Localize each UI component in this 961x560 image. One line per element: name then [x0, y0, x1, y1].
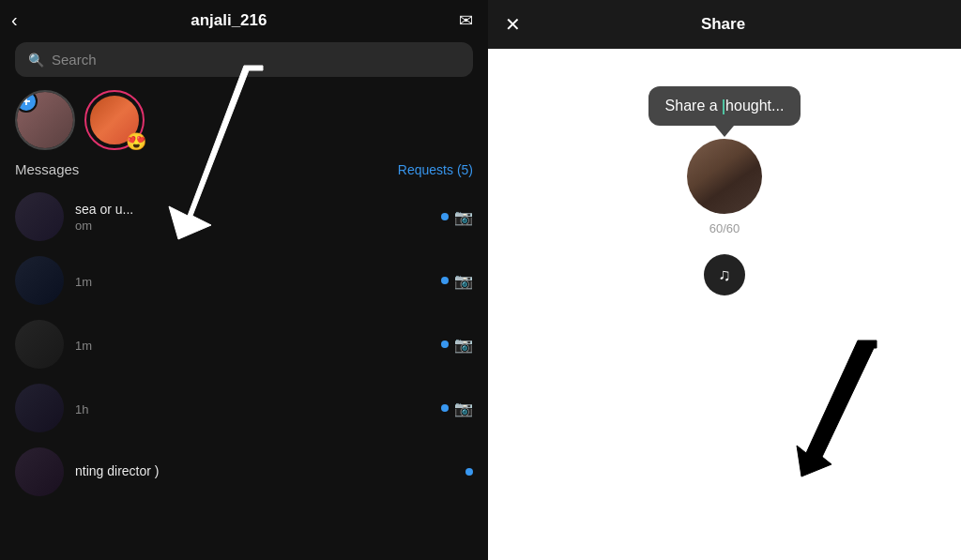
search-placeholder: Search — [52, 52, 97, 68]
message-meta: 📷 — [441, 208, 473, 226]
right-panel: ✕ Share Share a hought... 60/60 ♫ — [488, 0, 961, 560]
message-list: sea or u... om 📷 1m 📷 — [0, 185, 488, 504]
camera-icon: 📷 — [454, 336, 473, 354]
search-bar[interactable]: 🔍 Search — [15, 42, 473, 77]
message-actions — [465, 468, 473, 476]
message-meta — [465, 468, 473, 476]
message-content: 1h — [75, 401, 430, 416]
close-button[interactable]: ✕ — [505, 13, 521, 36]
profile-photo-container — [687, 139, 762, 214]
search-icon: 🔍 — [28, 53, 44, 68]
friend-story[interactable]: 😍 — [84, 90, 145, 150]
unread-indicator — [441, 213, 449, 220]
message-item[interactable]: 1h 📷 — [0, 376, 488, 440]
char-count: 60/60 — [709, 221, 740, 235]
message-preview: om — [75, 219, 430, 233]
thought-text-before: Share a — [665, 98, 722, 114]
share-header: ✕ Share — [488, 0, 961, 49]
avatar — [15, 320, 64, 369]
profile-photo — [687, 139, 762, 214]
message-actions: 📷 — [441, 336, 473, 354]
thought-bubble[interactable]: Share a hought... — [648, 86, 801, 126]
music-button[interactable]: ♫ — [704, 254, 745, 295]
messages-label: Messages — [15, 161, 79, 177]
message-meta: 📷 — [441, 336, 473, 354]
header: ‹ anjali_216 ✉ — [0, 0, 488, 38]
add-story-button[interactable]: + — [15, 90, 75, 150]
message-actions: 📷 — [441, 208, 473, 226]
message-content: 1m — [75, 273, 430, 289]
camera-icon: 📷 — [454, 208, 473, 226]
unread-indicator — [441, 404, 449, 412]
avatar — [15, 192, 64, 241]
music-icon: ♫ — [718, 265, 731, 285]
share-title: Share — [701, 15, 745, 34]
camera-icon: 📷 — [454, 400, 473, 417]
page-title: anjali_216 — [0, 11, 459, 30]
share-content: Share a hought... 60/60 ♫ — [488, 49, 961, 560]
plus-icon: + — [15, 90, 38, 113]
profile-avatar — [687, 139, 762, 214]
message-icon[interactable]: ✉ — [459, 10, 473, 31]
message-actions: 📷 — [441, 272, 473, 290]
story-emoji: 😍 — [126, 131, 146, 152]
avatar — [15, 256, 64, 305]
avatar — [15, 447, 64, 496]
stories-row: + 😍 — [0, 86, 488, 159]
unread-indicator — [441, 277, 449, 284]
message-meta: 📷 — [441, 400, 473, 417]
contact-name: nting director ) — [75, 463, 454, 478]
camera-icon: 📷 — [454, 272, 473, 290]
section-row: Messages Requests (5) — [0, 159, 488, 185]
avatar — [15, 384, 64, 432]
black-arrow-annotation — [792, 331, 905, 485]
text-cursor — [723, 99, 725, 114]
unread-indicator — [441, 341, 449, 348]
message-item[interactable]: 1m 📷 — [0, 312, 488, 376]
thought-text-after: hought... — [725, 98, 784, 114]
message-preview: 1m — [75, 275, 430, 289]
message-preview: 1m — [75, 339, 430, 353]
contact-name: sea or u... — [75, 202, 430, 217]
message-content: nting director ) — [75, 463, 454, 480]
message-content: 1m — [75, 337, 430, 353]
left-panel: ‹ anjali_216 ✉ 🔍 Search + 😍 Messages Req… — [0, 0, 488, 560]
message-meta: 📷 — [441, 272, 473, 290]
requests-link[interactable]: Requests (5) — [398, 162, 473, 177]
message-item[interactable]: nting director ) — [0, 440, 488, 504]
message-actions: 📷 — [441, 400, 473, 417]
message-item[interactable]: 1m 📷 — [0, 249, 488, 312]
unread-indicator — [465, 468, 473, 476]
message-preview: 1h — [75, 402, 430, 416]
message-item[interactable]: sea or u... om 📷 — [0, 185, 488, 249]
message-content: sea or u... om — [75, 202, 430, 233]
